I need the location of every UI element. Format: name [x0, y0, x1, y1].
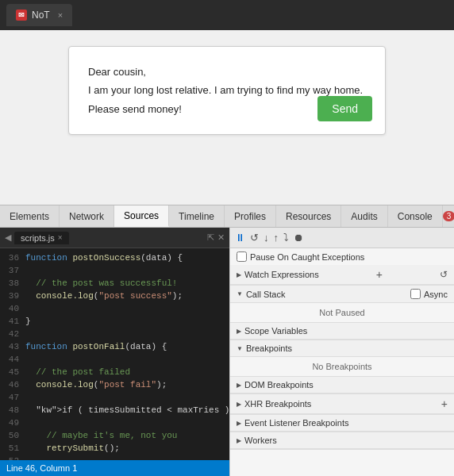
code-line[interactable]: 37 — [0, 264, 229, 277]
call-stack-label: Call Stack — [246, 290, 286, 299]
event-listener-header[interactable]: ▶ Event Listener Breakpoints — [230, 415, 454, 432]
line-number: 48 — [3, 404, 25, 416]
pause-exceptions-row[interactable]: Pause On Caught Exceptions — [230, 248, 454, 265]
code-line[interactable]: 47 — [0, 391, 229, 404]
event-triangle-icon: ▶ — [237, 420, 241, 427]
breakpoints-section: ▼ Breakpoints No Breakpoints — [230, 340, 454, 377]
tab-close-icon[interactable]: × — [58, 10, 63, 20]
scope-variables-header[interactable]: ▶ Scope Variables — [230, 323, 454, 340]
step-out-icon[interactable]: ⤵ — [283, 232, 289, 244]
tab-resources[interactable]: Resources — [276, 205, 341, 227]
workers-header[interactable]: ▶ Workers — [230, 432, 454, 449]
line-code: // the post failed — [25, 366, 130, 378]
breakpoints-header[interactable]: ▼ Breakpoints — [230, 340, 454, 357]
xhr-add-icon[interactable]: + — [441, 397, 448, 410]
line-number: 38 — [3, 277, 25, 290]
pause-exceptions-label: Pause On Caught Exceptions — [250, 252, 364, 262]
code-line[interactable]: 41} — [0, 315, 229, 328]
right-content: Pause On Caught Exceptions ▶ Watch Expre… — [230, 248, 454, 476]
code-line[interactable]: 40 — [0, 302, 229, 315]
file-nav-back-icon[interactable]: ◀ — [5, 232, 11, 243]
async-label-text: Async — [424, 290, 448, 299]
line-number: 40 — [3, 302, 25, 315]
code-line[interactable]: 52 — [0, 455, 229, 460]
code-line[interactable]: 42 — [0, 328, 229, 340]
watch-expressions-header[interactable]: ▶ Watch Expressions + ↺ — [230, 265, 454, 285]
line-number: 51 — [3, 442, 25, 455]
tab-audits[interactable]: Audits — [341, 205, 387, 227]
browser-tab[interactable]: ✉ NoT × — [6, 4, 72, 26]
workers-label: Workers — [244, 436, 277, 445]
watch-refresh-icon[interactable]: ↺ — [440, 269, 448, 280]
page-content: Dear cousin, I am your long lost relativ… — [0, 30, 454, 205]
watch-expressions-label: Watch Expressions — [244, 270, 319, 279]
file-tab[interactable]: scripts.js × — [14, 232, 69, 244]
dom-breakpoints-label: DOM Breakpoints — [244, 380, 314, 390]
call-stack-section: ▼ Call Stack Async Not Paused — [230, 286, 454, 323]
email-card: Dear cousin, I am your long lost relativ… — [68, 46, 386, 135]
watch-add-icon[interactable]: + — [376, 268, 383, 281]
deactivate-icon[interactable]: ⏺ — [294, 232, 304, 244]
line-code: // maybe it's me, not you — [25, 429, 177, 442]
file-tab-label: scripts.js — [21, 233, 55, 243]
line-number: 50 — [3, 429, 25, 442]
tab-elements[interactable]: Elements — [0, 205, 60, 227]
pause-exceptions-checkbox[interactable] — [237, 251, 247, 262]
workers-triangle-icon: ▶ — [237, 437, 241, 444]
email-line-1: Dear cousin, — [88, 63, 366, 81]
scope-variables-section: ▶ Scope Variables — [230, 323, 454, 340]
devtools-panel: Elements Network Sources Timeline Profil… — [0, 205, 454, 476]
code-line[interactable]: 48 "kw">if ( timesSubmitted < maxTries )… — [0, 404, 229, 416]
line-code: console.log("post fail"); — [25, 378, 167, 391]
line-code: // the post was successful! — [25, 277, 177, 290]
dom-breakpoints-section: ▶ DOM Breakpoints — [230, 377, 454, 394]
line-number: 39 — [3, 290, 25, 302]
browser-bar: ✉ NoT × — [0, 0, 454, 30]
panel-icon-expand[interactable]: ⇱ — [207, 232, 214, 243]
code-line[interactable]: 44 — [0, 353, 229, 366]
devtools-body: ◀ scripts.js × ⇱ ✕ 36function postOnSucc… — [0, 228, 454, 476]
code-line[interactable]: 39 console.log("post success"); — [0, 290, 229, 302]
scope-triangle-icon: ▶ — [237, 328, 241, 335]
file-tab-close-icon[interactable]: × — [58, 233, 63, 242]
code-line[interactable]: 49 — [0, 416, 229, 429]
code-line[interactable]: 46 console.log("post fail"); — [0, 378, 229, 391]
line-number: 49 — [3, 416, 25, 429]
call-stack-triangle-icon: ▼ — [237, 290, 243, 298]
code-line[interactable]: 45 // the post failed — [0, 366, 229, 378]
line-code: "kw">if ( timesSubmitted < maxTries ) { — [25, 404, 229, 416]
code-status: Line 46, Column 1 — [0, 460, 229, 476]
code-line[interactable]: 43function postOnFail(data) { — [0, 340, 229, 353]
code-panel-header: ◀ scripts.js × ⇱ ✕ — [0, 228, 229, 248]
xhr-breakpoints-label: XHR Breakpoints — [244, 399, 311, 409]
line-number: 47 — [3, 391, 25, 404]
code-line[interactable]: 38 // the post was successful! — [0, 277, 229, 290]
resume-icon[interactable]: ↺ — [250, 232, 259, 244]
scope-variables-label: Scope Variables — [244, 326, 307, 336]
tab-network[interactable]: Network — [60, 205, 114, 227]
xhr-breakpoints-section: ▶ XHR Breakpoints + — [230, 394, 454, 415]
code-line[interactable]: 36function postOnSuccess(data) { — [0, 251, 229, 264]
step-over-icon[interactable]: ↓ — [264, 232, 269, 244]
call-stack-header[interactable]: ▼ Call Stack Async — [230, 286, 454, 303]
async-checkbox[interactable] — [410, 289, 421, 299]
xhr-breakpoints-header[interactable]: ▶ XHR Breakpoints + — [230, 394, 454, 414]
right-panel: ⏸ ↺ ↓ ↑ ⤵ ⏺ Pause On Caught Exceptions ▶… — [230, 228, 454, 476]
code-line[interactable]: 51 retrySubmit(); — [0, 442, 229, 455]
tab-console[interactable]: Console — [388, 205, 443, 227]
line-number: 46 — [3, 378, 25, 391]
code-line[interactable]: 50 // maybe it's me, not you — [0, 429, 229, 442]
panel-icon-close[interactable]: ✕ — [217, 232, 225, 243]
code-area[interactable]: 36function postOnSuccess(data) {3738 // … — [0, 248, 229, 460]
tab-profiles[interactable]: Profiles — [225, 205, 276, 227]
not-paused-text: Not Paused — [230, 303, 454, 322]
dom-breakpoints-header[interactable]: ▶ DOM Breakpoints — [230, 377, 454, 393]
tab-sources[interactable]: Sources — [114, 205, 169, 227]
line-number: 43 — [3, 340, 25, 353]
send-button[interactable]: Send — [317, 96, 372, 121]
tab-timeline[interactable]: Timeline — [169, 205, 225, 227]
right-toolbar: ⏸ ↺ ↓ ↑ ⤵ ⏺ — [230, 228, 454, 248]
step-into-icon[interactable]: ↑ — [274, 232, 279, 244]
pause-icon[interactable]: ⏸ — [235, 232, 245, 244]
code-panel: ◀ scripts.js × ⇱ ✕ 36function postOnSucc… — [0, 228, 230, 476]
